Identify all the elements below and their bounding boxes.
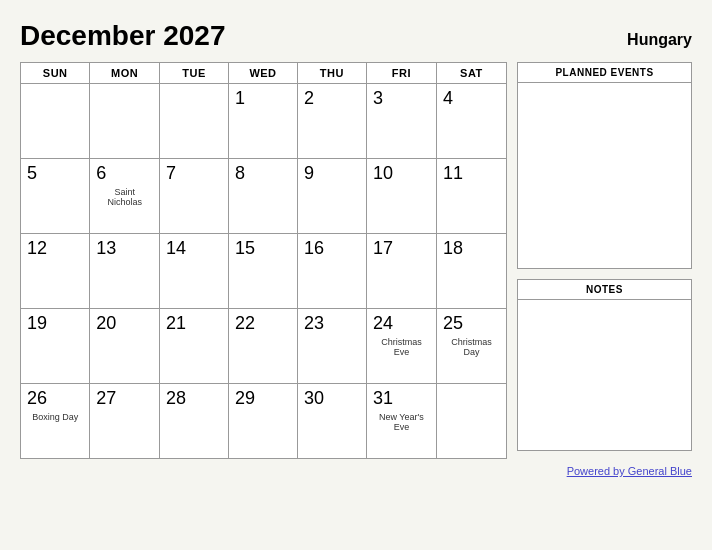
header-fri: FRI bbox=[366, 63, 436, 84]
day-event: Saint Nicholas bbox=[96, 187, 153, 209]
table-row: 10 bbox=[366, 159, 436, 234]
planned-events-box: PLANNED EVENTS bbox=[517, 62, 692, 269]
table-row bbox=[160, 84, 229, 159]
weekday-header-row: SUN MON TUE WED THU FRI SAT bbox=[21, 63, 507, 84]
main-content: SUN MON TUE WED THU FRI SAT 123456Saint … bbox=[20, 62, 692, 459]
day-number: 5 bbox=[27, 163, 83, 185]
day-number: 13 bbox=[96, 238, 153, 260]
table-row: 16 bbox=[297, 234, 366, 309]
table-row: 2 bbox=[297, 84, 366, 159]
table-row: 9 bbox=[297, 159, 366, 234]
day-event: Christmas Day bbox=[443, 337, 500, 359]
header-sun: SUN bbox=[21, 63, 90, 84]
footer: Powered by General Blue bbox=[20, 465, 692, 477]
table-row: 4 bbox=[436, 84, 506, 159]
table-row bbox=[436, 384, 506, 459]
table-row: 27 bbox=[90, 384, 160, 459]
day-number: 30 bbox=[304, 388, 360, 410]
table-row: 3 bbox=[366, 84, 436, 159]
table-row: 5 bbox=[21, 159, 90, 234]
day-number: 17 bbox=[373, 238, 430, 260]
table-row: 23 bbox=[297, 309, 366, 384]
day-event: Christmas Eve bbox=[373, 337, 430, 359]
day-number: 6 bbox=[96, 163, 153, 185]
month-title: December 2027 bbox=[20, 20, 225, 52]
table-row bbox=[21, 84, 90, 159]
table-row: 1 bbox=[229, 84, 298, 159]
header-sat: SAT bbox=[436, 63, 506, 84]
day-number: 22 bbox=[235, 313, 291, 335]
table-row: 30 bbox=[297, 384, 366, 459]
table-row: 26Boxing Day bbox=[21, 384, 90, 459]
table-row: 17 bbox=[366, 234, 436, 309]
table-row: 31New Year's Eve bbox=[366, 384, 436, 459]
header-mon: MON bbox=[90, 63, 160, 84]
calendar-week-row: 56Saint Nicholas7891011 bbox=[21, 159, 507, 234]
day-number: 24 bbox=[373, 313, 430, 335]
table-row: 25Christmas Day bbox=[436, 309, 506, 384]
day-number: 26 bbox=[27, 388, 83, 410]
day-number: 7 bbox=[166, 163, 222, 185]
day-number: 9 bbox=[304, 163, 360, 185]
table-row: 28 bbox=[160, 384, 229, 459]
table-row: 29 bbox=[229, 384, 298, 459]
table-row: 12 bbox=[21, 234, 90, 309]
table-row: 13 bbox=[90, 234, 160, 309]
table-row: 20 bbox=[90, 309, 160, 384]
table-row: 7 bbox=[160, 159, 229, 234]
day-event: Boxing Day bbox=[27, 412, 83, 423]
powered-by-link[interactable]: Powered by General Blue bbox=[567, 465, 692, 477]
sidebar: PLANNED EVENTS NOTES bbox=[517, 62, 692, 459]
calendar-week-row: 1234 bbox=[21, 84, 507, 159]
table-row: 21 bbox=[160, 309, 229, 384]
table-row: 14 bbox=[160, 234, 229, 309]
calendar-table: SUN MON TUE WED THU FRI SAT 123456Saint … bbox=[20, 62, 507, 459]
day-number: 25 bbox=[443, 313, 500, 335]
planned-events-title: PLANNED EVENTS bbox=[518, 63, 691, 83]
day-number: 28 bbox=[166, 388, 222, 410]
table-row: 15 bbox=[229, 234, 298, 309]
day-number: 16 bbox=[304, 238, 360, 260]
table-row: 19 bbox=[21, 309, 90, 384]
day-number: 4 bbox=[443, 88, 500, 110]
header-wed: WED bbox=[229, 63, 298, 84]
day-number: 14 bbox=[166, 238, 222, 260]
header-tue: TUE bbox=[160, 63, 229, 84]
header-thu: THU bbox=[297, 63, 366, 84]
day-number: 1 bbox=[235, 88, 291, 110]
table-row: 24Christmas Eve bbox=[366, 309, 436, 384]
day-number: 19 bbox=[27, 313, 83, 335]
calendar-week-row: 26Boxing Day2728293031New Year's Eve bbox=[21, 384, 507, 459]
day-number: 20 bbox=[96, 313, 153, 335]
day-event: New Year's Eve bbox=[373, 412, 430, 434]
header: December 2027 Hungary bbox=[20, 20, 692, 52]
day-number: 31 bbox=[373, 388, 430, 410]
planned-events-body bbox=[518, 83, 691, 268]
day-number: 12 bbox=[27, 238, 83, 260]
day-number: 29 bbox=[235, 388, 291, 410]
notes-body bbox=[518, 300, 691, 450]
table-row: 6Saint Nicholas bbox=[90, 159, 160, 234]
day-number: 15 bbox=[235, 238, 291, 260]
calendar-page: December 2027 Hungary SUN MON TUE WED TH… bbox=[0, 0, 712, 550]
table-row: 8 bbox=[229, 159, 298, 234]
table-row: 11 bbox=[436, 159, 506, 234]
calendar-area: SUN MON TUE WED THU FRI SAT 123456Saint … bbox=[20, 62, 507, 459]
day-number: 11 bbox=[443, 163, 500, 185]
day-number: 8 bbox=[235, 163, 291, 185]
table-row: 18 bbox=[436, 234, 506, 309]
table-row bbox=[90, 84, 160, 159]
notes-box: NOTES bbox=[517, 279, 692, 451]
day-number: 23 bbox=[304, 313, 360, 335]
day-number: 3 bbox=[373, 88, 430, 110]
day-number: 27 bbox=[96, 388, 153, 410]
notes-title: NOTES bbox=[518, 280, 691, 300]
day-number: 2 bbox=[304, 88, 360, 110]
day-number: 21 bbox=[166, 313, 222, 335]
table-row: 22 bbox=[229, 309, 298, 384]
day-number: 10 bbox=[373, 163, 430, 185]
calendar-week-row: 192021222324Christmas Eve25Christmas Day bbox=[21, 309, 507, 384]
calendar-body: 123456Saint Nicholas78910111213141516171… bbox=[21, 84, 507, 459]
country-name: Hungary bbox=[627, 31, 692, 49]
calendar-week-row: 12131415161718 bbox=[21, 234, 507, 309]
